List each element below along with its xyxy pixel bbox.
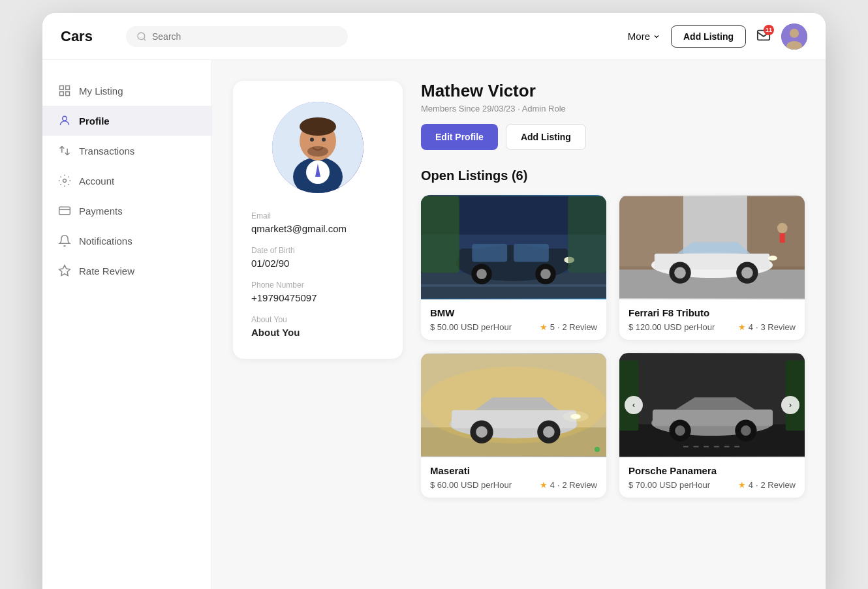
bell-icon [58, 234, 71, 247]
porsche-car-illustration [619, 353, 805, 457]
svg-point-19 [300, 117, 336, 136]
star-icon [58, 264, 71, 277]
bmw-car-illustration [421, 195, 606, 299]
svg-point-10 [63, 179, 67, 183]
avatar-image [781, 23, 807, 50]
svg-point-3 [790, 29, 799, 38]
email-value: qmarket3@gmail.com [251, 223, 384, 234]
sidebar-item-account[interactable]: Account [42, 166, 211, 196]
reviews-bmw: 2 Review [563, 322, 597, 332]
svg-point-45 [674, 267, 686, 279]
listings-grid: BMW $ 50.00 USD perHour ★ 5 · 2 Review [421, 195, 805, 498]
rating-value-bmw: 5 [550, 322, 555, 332]
star-icon-ferrari: ★ [738, 322, 746, 332]
profile-right: Mathew Victor Members Since 29/03/23 · A… [421, 81, 805, 498]
svg-rect-5 [60, 86, 64, 90]
svg-rect-29 [472, 244, 507, 262]
profile-content: Email qmarket3@gmail.com Date of Birth 0… [233, 81, 805, 498]
svg-rect-37 [568, 196, 606, 273]
header: Cars More Add Listing 11 [42, 13, 826, 60]
listing-rating-bmw: ★ 5 · 2 Review [540, 322, 597, 332]
notifications-button[interactable]: 11 [756, 28, 771, 45]
sidebar-label-rate-review: Rate Review [79, 265, 134, 277]
svg-rect-50 [780, 233, 785, 243]
star-icon-porsche: ★ [738, 480, 746, 490]
listing-name-bmw: BMW [430, 307, 597, 318]
profile-info: Email qmarket3@gmail.com Date of Birth 0… [251, 211, 384, 338]
listing-rating-ferrari: ★ 4 · 3 Review [738, 322, 796, 332]
listing-image-ferrari [619, 195, 805, 299]
listing-price-ferrari: $ 120.00 USD perHour [628, 322, 715, 332]
separator-porsche: · [756, 480, 758, 490]
transactions-icon [58, 144, 71, 157]
listing-image-bmw [421, 195, 606, 299]
sidebar-item-payments[interactable]: Payments [42, 196, 211, 226]
listing-image-maserati [421, 353, 606, 457]
listing-rating-porsche: ★ 4 · 2 Review [738, 480, 796, 490]
user-header: Mathew Victor Members Since 29/03/23 · A… [421, 81, 805, 150]
listing-card-maserati[interactable]: Maserati $ 60.00 USD perHour ★ 4 · 2 Rev… [421, 353, 606, 498]
app-logo: Cars [61, 28, 113, 45]
more-button[interactable]: More [628, 31, 660, 42]
app-window: Cars More Add Listing 11 [42, 13, 826, 589]
sidebar-label-notifications: Notifications [79, 235, 132, 247]
profile-card: Email qmarket3@gmail.com Date of Birth 0… [233, 81, 403, 359]
active-dot-maserati [595, 447, 600, 452]
sidebar-label-account: Account [79, 175, 114, 187]
listing-name-ferrari: Ferrari F8 Tributo [628, 307, 796, 318]
listing-price-maserati: $ 60.00 USD perHour [430, 480, 512, 490]
notification-badge: 11 [764, 25, 774, 35]
dob-value: 01/02/90 [251, 258, 384, 269]
header-right: More Add Listing 11 [628, 23, 807, 50]
rating-value-maserati: 4 [550, 480, 555, 490]
svg-point-32 [476, 269, 487, 279]
listing-card-bmw[interactable]: BMW $ 50.00 USD perHour ★ 5 · 2 Review [421, 195, 606, 340]
profile-avatar-image [272, 102, 364, 193]
sidebar-item-notifications[interactable]: Notifications [42, 226, 211, 256]
listing-card-porsche[interactable]: ‹ › Porsche Panamera $ 70.00 USD perHour… [619, 353, 805, 498]
profile-avatar [272, 102, 364, 193]
sidebar-item-rate-review[interactable]: Rate Review [42, 256, 211, 286]
search-bar[interactable] [126, 26, 348, 47]
svg-point-22 [307, 146, 328, 157]
sidebar-label-profile: Profile [79, 115, 110, 127]
chevron-down-icon [653, 33, 660, 40]
avatar[interactable] [781, 23, 807, 50]
svg-point-48 [768, 256, 777, 261]
carousel-next-porsche[interactable]: › [781, 396, 799, 414]
search-input[interactable] [152, 31, 337, 42]
svg-point-34 [540, 269, 551, 279]
phone-label: Phone Number [251, 280, 384, 290]
edit-profile-button[interactable]: Edit Profile [421, 124, 498, 150]
svg-rect-6 [66, 86, 70, 90]
user-meta: Members Since 29/03/23 · Admin Role [421, 104, 805, 113]
sidebar-item-transactions[interactable]: Transactions [42, 136, 211, 166]
svg-point-9 [63, 116, 67, 121]
sidebar-label-transactions: Transactions [79, 145, 134, 157]
svg-rect-26 [421, 284, 606, 287]
header-add-listing-button[interactable]: Add Listing [671, 25, 746, 48]
rating-value-porsche: 4 [749, 480, 753, 490]
listing-info-bmw: BMW $ 50.00 USD perHour ★ 5 · 2 Review [421, 299, 606, 340]
profile-actions: Edit Profile Add Listing [421, 124, 805, 150]
payments-icon [58, 204, 71, 217]
listing-rating-maserati: ★ 4 · 2 Review [540, 480, 597, 490]
user-icon [58, 114, 71, 127]
svg-point-61 [563, 412, 588, 422]
sidebar-label-payments: Payments [79, 205, 123, 217]
separator-ferrari: · [756, 322, 758, 332]
carousel-prev-porsche[interactable]: ‹ [625, 396, 643, 414]
sidebar-item-my-listing[interactable]: My Listing [42, 76, 211, 106]
listing-info-maserati: Maserati $ 60.00 USD perHour ★ 4 · 2 Rev… [421, 457, 606, 498]
listing-card-ferrari[interactable]: Ferrari F8 Tributo $ 120.00 USD perHour … [619, 195, 805, 340]
rating-value-ferrari: 4 [749, 322, 753, 332]
search-icon [136, 31, 147, 42]
listing-meta-maserati: $ 60.00 USD perHour ★ 4 · 2 Review [430, 480, 597, 490]
about-label: About You [251, 315, 384, 324]
svg-rect-65 [619, 360, 638, 430]
add-listing-button[interactable]: Add Listing [506, 124, 586, 150]
list-icon [58, 84, 71, 97]
listing-meta-porsche: $ 70.00 USD perHour ★ 4 · 2 Review [628, 480, 796, 490]
sidebar-item-profile[interactable]: Profile [42, 106, 211, 136]
svg-rect-30 [514, 244, 549, 262]
